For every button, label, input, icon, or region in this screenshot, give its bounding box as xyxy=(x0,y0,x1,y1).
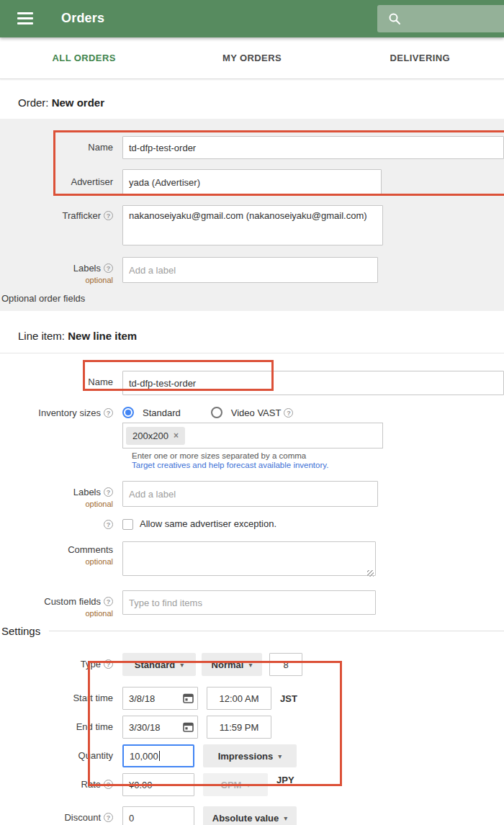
calendar-icon[interactable] xyxy=(183,721,194,735)
discount-label: Discount? xyxy=(0,806,122,823)
menu-icon[interactable] xyxy=(17,12,33,27)
optional-order-fields-toggle[interactable]: Optional order fields xyxy=(1,293,504,304)
optional-tag: optional xyxy=(0,556,113,567)
start-date-field xyxy=(122,687,198,710)
inventory-sizes-label: Inventory sizes? xyxy=(0,404,122,418)
line-item-heading: Line item: New line item xyxy=(0,311,504,353)
sizes-input[interactable]: 200x200 × xyxy=(122,423,383,448)
app-header: Orders xyxy=(0,0,504,37)
advertiser-exception-checkbox[interactable] xyxy=(122,519,133,530)
advertiser-input[interactable] xyxy=(122,169,382,195)
line-item-heading-value: New line item xyxy=(68,330,137,342)
quantity-unit-dropdown[interactable]: Impressions▾ xyxy=(203,744,297,767)
start-time-input[interactable] xyxy=(207,687,271,710)
order-heading-label: Order: xyxy=(18,96,49,109)
resize-grip-icon[interactable] xyxy=(367,570,374,577)
discount-type-dropdown[interactable]: Absolute value▾ xyxy=(203,806,297,825)
type-dropdown[interactable]: Standard▾ xyxy=(122,653,196,676)
help-icon[interactable]: ? xyxy=(284,408,293,418)
advertiser-exception-label: Allow same advertiser exception. xyxy=(140,518,276,529)
custom-fields-input[interactable] xyxy=(122,590,376,615)
priority-number-input[interactable] xyxy=(269,653,302,676)
discount-input[interactable] xyxy=(122,806,194,825)
chevron-down-icon: ▾ xyxy=(248,661,252,669)
trafficker-label: Trafficker? xyxy=(0,205,122,221)
tab-bar: ALL ORDERS MY ORDERS DELIVERING xyxy=(0,37,504,79)
li-labels-label: Labels? optional xyxy=(0,481,122,510)
type-dropdown-value: Standard xyxy=(135,659,175,670)
radio-standard[interactable] xyxy=(122,407,134,418)
optional-tag: optional xyxy=(0,608,113,619)
timezone-label: JST xyxy=(280,687,297,704)
rate-input[interactable] xyxy=(122,773,194,796)
rate-unit-dropdown[interactable]: CPM▾ xyxy=(203,773,268,796)
custom-fields-label: Custom fields? optional xyxy=(0,590,122,619)
search-input[interactable] xyxy=(377,5,504,32)
trafficker-input[interactable]: nakanoseiyaku@gmail.com (nakanoseiyaku@g… xyxy=(122,205,383,245)
help-icon[interactable]: ? xyxy=(104,659,113,669)
order-heading: Order: New order xyxy=(0,79,504,119)
priority-dropdown-value: Normal xyxy=(212,659,244,670)
quantity-label: Quantity xyxy=(0,744,122,761)
start-time-label: Start time xyxy=(0,687,122,703)
quantity-value: 10,000 xyxy=(130,751,158,762)
radio-video-vast[interactable] xyxy=(211,407,222,418)
calendar-icon[interactable] xyxy=(183,693,194,706)
orders-page: Orders ALL ORDERS MY ORDERS DELIVERING O… xyxy=(0,0,504,825)
chevron-down-icon: ▾ xyxy=(278,752,282,760)
order-name-input[interactable] xyxy=(122,136,504,159)
order-labels-label: Labels? optional xyxy=(0,257,122,286)
sizes-helper-text: Enter one or more sizes separated by a c… xyxy=(132,451,504,460)
help-icon[interactable]: ? xyxy=(104,813,113,822)
end-time-input[interactable] xyxy=(207,716,271,739)
optional-tag: optional xyxy=(0,275,113,286)
size-chip-label: 200x200 xyxy=(132,430,168,441)
order-heading-value: New order xyxy=(52,96,104,109)
chevron-down-icon: ▾ xyxy=(246,781,250,789)
line-item-name-input[interactable] xyxy=(122,371,504,395)
optional-tag: optional xyxy=(0,499,113,510)
currency-label: JPY xyxy=(276,773,294,785)
li-labels-input[interactable] xyxy=(122,481,378,507)
settings-heading: Settings xyxy=(0,625,504,637)
help-icon[interactable]: ? xyxy=(104,263,113,273)
line-item-form: Name Inventory sizes? Standard Video VAS… xyxy=(0,353,504,619)
tab-delivering[interactable]: DELIVERING xyxy=(336,53,504,63)
rate-unit-value: CPM xyxy=(221,780,242,790)
tab-my-orders[interactable]: MY ORDERS xyxy=(168,53,336,63)
chevron-down-icon: ▾ xyxy=(284,814,287,822)
chip-remove-icon[interactable]: × xyxy=(174,430,179,441)
line-item-heading-label: Line item: xyxy=(18,330,65,342)
rate-label: Rate? xyxy=(0,773,122,790)
search-icon xyxy=(388,12,401,25)
order-name-label: Name xyxy=(0,136,122,153)
help-icon[interactable]: ? xyxy=(104,487,113,497)
line-item-name-label: Name xyxy=(0,371,122,387)
comments-label: Comments optional xyxy=(0,541,122,567)
page-title: Orders xyxy=(61,11,104,26)
target-creatives-link[interactable]: Target creatives and help forecast avail… xyxy=(132,461,504,469)
settings-divider xyxy=(49,631,504,631)
tab-all-orders[interactable]: ALL ORDERS xyxy=(0,53,168,63)
order-form-panel: Name Advertiser Trafficker? nakanoseiyak… xyxy=(0,119,504,311)
inventory-sizes-radio-group: Standard Video VAST ? xyxy=(122,404,293,418)
chevron-down-icon: ▾ xyxy=(180,661,184,669)
radio-standard-label: Standard xyxy=(143,407,181,418)
help-icon[interactable]: ? xyxy=(104,597,113,606)
discount-type-value: Absolute value xyxy=(212,813,279,824)
quantity-input[interactable]: 10,000 xyxy=(122,744,194,767)
end-time-label: End time xyxy=(0,716,122,732)
advertiser-label: Advertiser xyxy=(0,169,122,187)
type-label: Type? xyxy=(0,653,122,670)
priority-dropdown[interactable]: Normal▾ xyxy=(202,653,262,676)
comments-input[interactable] xyxy=(122,541,376,576)
size-chip: 200x200 × xyxy=(126,427,185,445)
text-caret xyxy=(159,751,160,761)
end-date-field xyxy=(122,716,198,739)
help-icon[interactable]: ? xyxy=(104,408,113,418)
help-icon[interactable]: ? xyxy=(104,780,113,789)
help-icon[interactable]: ? xyxy=(104,211,113,220)
order-labels-input[interactable] xyxy=(122,257,378,283)
exception-help: ? xyxy=(0,518,122,530)
help-icon[interactable]: ? xyxy=(104,520,113,529)
